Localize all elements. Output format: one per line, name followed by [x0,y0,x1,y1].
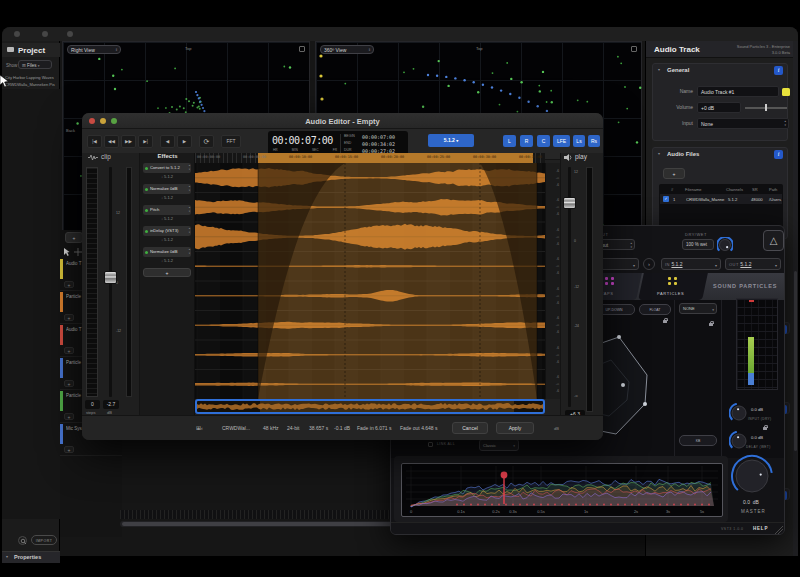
none-dropdown[interactable]: NONE ▾ [679,303,717,314]
v-scrollbar[interactable] [793,41,798,556]
track-add-button[interactable]: + [64,281,74,288]
skip-end-button[interactable]: ▶| [138,135,153,148]
lock-icon[interactable] [763,427,767,430]
db-scale-label: -∞ [556,176,559,180]
loop-button[interactable]: ⟳ [199,135,214,148]
overview-bar[interactable] [195,399,545,414]
help-link[interactable]: HELP [753,526,768,531]
name-field[interactable]: Audio Track #1 [697,86,779,97]
fast-forward-button[interactable]: ▶▶ [121,135,136,148]
main-titlebar[interactable] [2,27,798,41]
volume-field[interactable]: +0 dB [697,102,741,113]
pointer-tool-icon[interactable] [63,248,72,256]
input-dropdown[interactable]: None ▴▾ [697,118,789,129]
out-format-dropdown[interactable]: OUT 5.1.2 ▾ [725,258,781,270]
add-track-label: + [73,235,76,241]
steps-value-box[interactable]: 0 [85,400,100,409]
stepper-icon[interactable]: ▴▾ [189,206,190,213]
input-dry-knob[interactable] [729,403,749,423]
kb-button[interactable]: KB [679,435,717,446]
resize-grip-icon[interactable] [775,526,783,534]
effect-item[interactable]: Normalize 0dB ▴▾ [143,247,191,257]
apply-button[interactable]: Apply [496,422,534,434]
zoom-button[interactable] [67,31,73,37]
expand-icon[interactable] [299,46,305,52]
search-button[interactable] [18,536,27,545]
next-preset-button[interactable]: › [643,258,655,270]
effect-enabled-led[interactable] [145,251,148,254]
speaker-config-icon[interactable]: ⊞‹ [196,424,203,431]
effect-enabled-led[interactable] [145,230,148,233]
file-checkbox[interactable]: ✓ [663,196,669,202]
channel-button-c[interactable]: C [537,135,550,147]
add-effect-button[interactable]: + [143,268,191,277]
waveform-area[interactable] [195,163,545,399]
view-selector[interactable]: 360º View ⇕ [320,45,374,54]
track-add-button[interactable]: + [64,347,74,354]
skip-start-button[interactable]: |◀ [87,135,102,148]
track-add-button[interactable]: + [64,446,74,453]
stepper-icon[interactable]: ▴▾ [189,248,190,255]
track-add-button[interactable]: + [64,380,74,387]
effect-enabled-led[interactable] [145,209,148,212]
track-color-swatch[interactable] [782,88,790,96]
drywet-value-box[interactable]: 100 % wet [682,239,714,250]
volume-slider-handle[interactable] [765,104,767,111]
add-file-button[interactable]: + [663,168,685,179]
effect-item[interactable]: Pitch ▴▾ [143,205,191,215]
channel-button-l[interactable]: L [503,135,516,147]
close-button[interactable] [14,31,20,37]
import-button[interactable]: IMPORT [31,535,57,545]
format-dropdown[interactable]: 5.1.2 ▾ [428,134,474,147]
effect-enabled-led[interactable] [145,188,148,191]
channel-button-r[interactable]: R [520,135,533,147]
rewind-button[interactable]: ◀◀ [104,135,119,148]
channel-button-ls[interactable]: Ls [573,135,585,147]
delay-graph-box[interactable]: 00.1s0.2s0.3s0.5s1s2s3s5s [401,463,723,517]
track-add-button[interactable]: + [64,413,74,420]
effect-enabled-led[interactable] [145,167,148,170]
chevron-down-icon[interactable]: ▾ [658,151,660,156]
v-scrollbar-thumb[interactable] [794,271,797,451]
view-selector[interactable]: Right View ⇕ [67,45,121,54]
link-all-checkbox[interactable] [428,442,433,447]
track-add-button[interactable]: + [64,314,74,321]
info-icon[interactable]: i [774,150,783,159]
fft-button[interactable]: FFT [221,135,241,148]
file-list-item[interactable]: City Harbor Lapping Waves [5,75,59,80]
tab-particles-label[interactable]: PARTICLES [657,291,684,296]
in-format-dropdown[interactable]: IN 5.1.2 ▾ [661,258,721,270]
link-all-label[interactable]: LINK ALL [437,442,455,446]
step-back-button[interactable]: ◀ [160,135,175,148]
effect-item[interactable]: inDelay (VST3) ▴▾ [143,226,191,236]
minimize-button[interactable] [42,31,48,37]
clip-fader-handle[interactable] [104,271,117,284]
properties-bar[interactable]: ▾ Properties [2,551,60,563]
timeline-ruler[interactable]: 00:00:00:0000:00:05:0000:00:10:0000:00:1… [195,153,545,163]
master-knob[interactable] [729,453,775,499]
play-button[interactable]: ▶ [177,135,192,148]
stepper-icon[interactable]: ▴▾ [189,185,190,192]
classic-dropdown[interactable]: Classic ▾ [479,439,519,451]
master-fader-handle[interactable] [563,197,576,209]
file-list-item[interactable]: CRWDWalla_Manneken Pis [5,82,59,87]
effect-item[interactable]: Normalize 0dB ▴▾ [143,184,191,194]
cancel-button[interactable]: Cancel [452,422,488,434]
chevron-down-icon[interactable]: ▾ [658,67,660,72]
info-icon[interactable]: i [774,66,783,75]
channel-button-lfe[interactable]: LFE [553,135,570,147]
stepper-icon[interactable]: ▴▾ [189,164,190,171]
drywet-knob[interactable] [717,237,733,253]
expand-icon[interactable] [631,46,637,52]
files-dropdown[interactable]: ⊞ Files ▾ [18,60,52,69]
effect-item[interactable]: Convert to 5.1.2 ▴▾ [143,163,191,173]
float-button[interactable]: FLOAT [639,304,671,315]
stepper-icon[interactable]: ▴▾ [189,227,190,234]
table-row[interactable]: ✓ 1 CRWDWalla_Manne 5.1.2 48000 /Users [660,194,782,204]
db-scale-label: -6 [556,316,559,320]
editor-titlebar[interactable]: Audio Editor - Empty [82,113,603,129]
lock-icon[interactable] [709,323,713,326]
gain-value-box[interactable]: -2.7 [103,400,119,409]
add-track-button[interactable]: + [65,232,83,243]
channel-button-rs[interactable]: Rs [588,135,600,147]
